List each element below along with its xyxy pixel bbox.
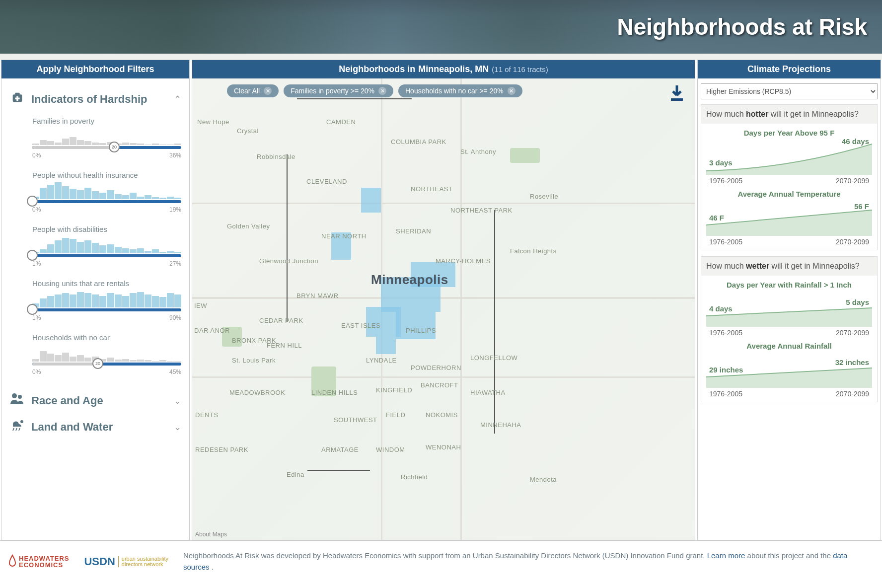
- map[interactable]: MinneapolisCREEKColumbia HeightsNew Hope…: [192, 78, 695, 540]
- close-icon[interactable]: ✕: [264, 87, 272, 95]
- map-label: NORTHEAST: [411, 185, 452, 193]
- logo-usdn[interactable]: USDN urban sustainabilitydirectors netwo…: [84, 555, 168, 568]
- slider-track[interactable]: [32, 308, 181, 311]
- slider-poverty[interactable]: Families in poverty 20 0%36%: [32, 117, 181, 159]
- filters-panel: Apply Neighborhood Filters Indicators of…: [1, 60, 190, 540]
- svg-point-6: [20, 420, 23, 423]
- map-label: KINGFIELD: [376, 386, 412, 394]
- filters-header: Apply Neighborhood Filters: [1, 60, 189, 78]
- chip-nocar[interactable]: Households with no car >= 20%✕: [398, 84, 522, 97]
- about-maps-link[interactable]: About Maps: [195, 531, 227, 538]
- close-icon[interactable]: ✕: [508, 87, 515, 95]
- slider-nocar[interactable]: Households with no car 20 0%45%: [32, 333, 181, 375]
- map-label: MARCY-HOLMES: [436, 257, 491, 265]
- filter-chips: Clear All✕ Families in poverty >= 20%✕ H…: [227, 84, 522, 97]
- map-label: St. Anthony: [460, 148, 496, 155]
- chevron-up-icon: ⌃: [174, 94, 181, 105]
- app-title: Neighborhoods at Risk: [617, 13, 867, 40]
- map-label: CAMDEN: [326, 118, 356, 126]
- section-land-water[interactable]: Land and Water ⌄: [9, 414, 181, 440]
- map-label: LONGFELLOW: [470, 354, 517, 362]
- map-label: SHERIDAN: [396, 227, 431, 235]
- map-label: Falcon Heights: [510, 247, 557, 255]
- map-label: NORTHEAST PARK: [450, 207, 513, 214]
- chart-days-95f: 3 days 46 days: [706, 140, 872, 175]
- map-label: LYNDALE: [366, 357, 397, 364]
- map-label: Mendota: [530, 476, 557, 483]
- projections-panel: Climate Projections Higher Emissions (RC…: [697, 60, 881, 540]
- map-label: POWDERHORN: [411, 364, 461, 371]
- slider-handle[interactable]: [27, 250, 38, 261]
- map-label: Roseville: [530, 193, 558, 200]
- map-label: COLUMBIA PARK: [391, 138, 446, 146]
- slider-track[interactable]: 20: [32, 363, 181, 366]
- map-label: Robbinsdale: [257, 153, 295, 160]
- map-label: St. Louis Park: [232, 357, 276, 364]
- logo-headwaters[interactable]: HEADWATERSECONOMICS: [8, 554, 69, 569]
- map-label: ARMATAGE: [321, 446, 359, 453]
- chevron-down-icon: ⌄: [174, 395, 181, 406]
- chart-avg-rainfall: 29 inches 32 inches: [706, 353, 872, 388]
- slider-handle[interactable]: [27, 196, 38, 207]
- svg-point-4: [12, 393, 17, 398]
- map-label: DAR ANOR: [194, 327, 230, 334]
- map-label: New Hope: [197, 118, 229, 126]
- scenario-select[interactable]: Higher Emissions (RCP8.5): [701, 83, 878, 99]
- map-label: REDESEN PARK: [195, 446, 248, 453]
- histogram: [32, 345, 181, 362]
- slider-handle[interactable]: [27, 304, 38, 315]
- slider-rentals[interactable]: Housing units that are rentals 1%90%: [32, 279, 181, 321]
- people-icon: [9, 392, 25, 409]
- section-hardship[interactable]: Indicators of Hardship ⌃: [9, 85, 181, 113]
- svg-rect-7: [671, 98, 683, 101]
- selected-tract[interactable]: [376, 337, 396, 354]
- close-icon[interactable]: ✕: [378, 87, 386, 95]
- slider-handle[interactable]: 20: [92, 358, 103, 369]
- learn-more-link[interactable]: Learn more: [707, 551, 745, 560]
- map-label: SOUTHWEST: [334, 416, 377, 424]
- rain-icon: [9, 419, 25, 435]
- svg-rect-3: [15, 98, 19, 100]
- projections-header: Climate Projections: [698, 60, 881, 78]
- chart-avg-temp: 46 F 56 F: [706, 201, 872, 236]
- map-label: NOKOMIS: [426, 411, 458, 419]
- footer: HEADWATERSECONOMICS USDN urban sustainab…: [0, 540, 882, 582]
- hero-banner: Neighborhoods at Risk: [0, 0, 882, 60]
- histogram: [32, 128, 181, 145]
- map-label: CLEVELAND: [306, 178, 347, 185]
- slider-handle[interactable]: 20: [109, 142, 120, 152]
- tract-count: (11 of 116 tracts): [492, 65, 548, 74]
- map-label: HIAWATHA: [470, 389, 506, 396]
- map-label: WENONAH: [426, 443, 461, 451]
- map-label: LINDEN HILLS: [311, 389, 358, 396]
- map-label: DENTS: [195, 411, 219, 419]
- map-label: IEW: [194, 302, 207, 309]
- map-label: Golden Valley: [227, 222, 270, 230]
- wetter-question: How much wetter will it get in Minneapol…: [701, 257, 877, 276]
- map-label: FERN HILL: [267, 342, 302, 349]
- footer-text: Neighborhoods At Risk was developed by H…: [183, 550, 874, 573]
- map-label: CEDAR PARK: [259, 317, 303, 324]
- selected-tract[interactable]: [396, 312, 436, 339]
- map-label: BANCROFT: [421, 381, 458, 389]
- hotter-question: How much hotter will it get in Minneapol…: [701, 105, 877, 124]
- chart-rainfall-days: 4 days 5 days: [706, 292, 872, 327]
- map-label: PHILLIPS: [406, 327, 436, 334]
- section-race-age[interactable]: Race and Age ⌄: [9, 387, 181, 414]
- map-label: MEADOWBROOK: [229, 389, 285, 396]
- chevron-down-icon: ⌄: [174, 422, 181, 433]
- medical-icon: [9, 90, 25, 108]
- chip-clear-all[interactable]: Clear All✕: [227, 84, 279, 97]
- map-label: NEAR NORTH: [321, 232, 367, 240]
- slider-track[interactable]: 20: [32, 146, 181, 149]
- slider-insurance[interactable]: People without health insurance 0%19%: [32, 171, 181, 213]
- slider-track[interactable]: [32, 200, 181, 203]
- download-button[interactable]: [669, 84, 685, 106]
- slider-disability[interactable]: People with disabilities 1%27%: [32, 225, 181, 267]
- map-label: Richfield: [401, 473, 428, 481]
- chip-poverty[interactable]: Families in poverty >= 20%✕: [284, 84, 393, 97]
- selected-tract[interactable]: [361, 188, 381, 213]
- map-label: WINDOM: [376, 446, 405, 453]
- map-label: Glenwood Junction: [259, 257, 318, 265]
- slider-track[interactable]: [32, 254, 181, 257]
